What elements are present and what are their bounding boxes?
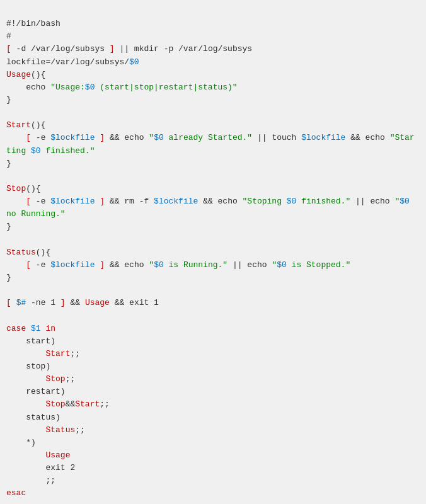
line-28: stop) <box>6 362 50 371</box>
line-19: Status(){ <box>6 248 50 257</box>
line-17: } <box>6 222 11 231</box>
line-7: } <box>6 95 11 105</box>
line-33: Status;; <box>6 425 85 435</box>
line-shebang: #!/bin/bash <box>6 19 60 28</box>
line-10: [ -e $lockfile ] && echo "$0 already Sta… <box>6 133 415 142</box>
line-comment: # <box>6 32 11 41</box>
line-25: case $1 in <box>6 324 55 333</box>
line-30: restart) <box>6 387 66 396</box>
line-12: } <box>6 159 11 168</box>
line-4: lockfile=/var/log/subsys/$0 <box>6 57 139 67</box>
line-6: echo "Usage:$0 (start|stop|restart|statu… <box>6 83 238 92</box>
line-27: Start;; <box>6 349 80 358</box>
line-3: [ -d /var/log/subsys ] || mkdir -p /var/… <box>6 44 252 54</box>
line-16: no Running." <box>6 209 66 219</box>
line-5: Usage(){ <box>6 70 45 79</box>
line-38: esac <box>6 488 26 498</box>
line-29: Stop;; <box>6 374 75 384</box>
line-15: [ -e $lockfile ] && rm -f $lockfile && e… <box>6 197 410 206</box>
line-9: Start(){ <box>6 120 45 130</box>
line-35: Usage <box>6 450 70 460</box>
line-14: Stop(){ <box>6 184 41 193</box>
line-34: *) <box>6 438 36 447</box>
line-20: [ -e $lockfile ] && echo "$0 is Running.… <box>6 260 350 270</box>
line-11: ting $0 finished." <box>6 146 95 156</box>
line-32: status) <box>6 413 60 422</box>
line-31: Stop&&Start;; <box>6 399 110 409</box>
line-37: ;; <box>6 476 55 485</box>
code-editor: #!/bin/bash # [ -d /var/log/subsys ] || … <box>0 0 426 504</box>
line-21: } <box>6 273 11 282</box>
line-23: [ $# -ne 1 ] && Usage && exit 1 <box>6 298 159 307</box>
line-26: start) <box>6 336 55 346</box>
line-36: exit 2 <box>6 463 75 472</box>
